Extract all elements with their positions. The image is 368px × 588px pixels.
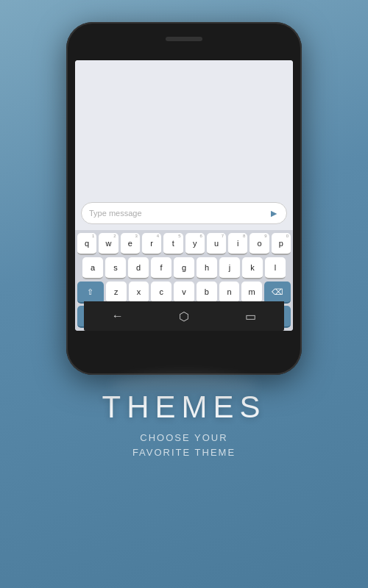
key-l[interactable]: l [265, 257, 286, 279]
home-button[interactable]: ⬡ [179, 309, 189, 323]
key-m[interactable]: m [241, 282, 262, 304]
keyboard-row-1: 1q 2w 3e 4r 5t 6y 7u 8i 9o 0p [77, 233, 291, 255]
key-f[interactable]: f [151, 257, 171, 279]
phone-speaker [166, 37, 202, 41]
key-t[interactable]: 5t [163, 233, 183, 255]
phone-screen: Type message ► 1q 2w 3e 4r 5t 6y 7u 8i 9… [75, 60, 293, 331]
send-icon[interactable]: ► [269, 207, 279, 219]
key-x[interactable]: x [129, 282, 149, 304]
key-u[interactable]: 7u [207, 233, 226, 255]
key-shift[interactable]: ⇧ [77, 282, 104, 304]
phone-reflection [110, 375, 258, 397]
key-v[interactable]: v [174, 282, 194, 304]
key-a[interactable]: a [82, 257, 103, 279]
recents-button[interactable]: ▭ [245, 309, 256, 323]
key-c[interactable]: c [151, 282, 171, 304]
phone-body: Type message ► 1q 2w 3e 4r 5t 6y 7u 8i 9… [66, 22, 302, 375]
key-y[interactable]: 6y [185, 233, 205, 255]
key-w[interactable]: 2w [99, 233, 118, 255]
key-s[interactable]: s [105, 257, 126, 279]
message-placeholder: Type message [89, 209, 269, 218]
keyboard-row-3: ⇧ z x c v b n m ⌫ [77, 282, 291, 304]
themes-subtitle: CHOOSE YOUR FAVORITE THEME [102, 431, 266, 459]
message-area: Type message ► [75, 60, 293, 230]
keyboard-row-2: a s d f g h j k l [77, 257, 291, 279]
key-i[interactable]: 8i [228, 233, 247, 255]
key-n[interactable]: n [219, 282, 240, 304]
key-k[interactable]: k [242, 257, 263, 279]
key-r[interactable]: 4r [142, 233, 161, 255]
navigation-bar: ← ⬡ ▭ [84, 301, 284, 331]
bottom-section: THEMES CHOOSE YOUR FAVORITE THEME [102, 390, 266, 459]
back-button[interactable]: ← [112, 309, 124, 323]
key-z[interactable]: z [106, 282, 127, 304]
key-e[interactable]: 3e [121, 233, 140, 255]
key-p[interactable]: 0p [272, 233, 291, 255]
key-q[interactable]: 1q [77, 233, 96, 255]
key-b[interactable]: b [197, 282, 217, 304]
key-h[interactable]: h [197, 257, 217, 279]
key-g[interactable]: g [174, 257, 194, 279]
subtitle-line2: FAVORITE THEME [132, 447, 236, 458]
message-input-bar[interactable]: Type message ► [81, 202, 287, 224]
phone-device: Type message ► 1q 2w 3e 4r 5t 6y 7u 8i 9… [66, 22, 302, 375]
key-j[interactable]: j [219, 257, 240, 279]
key-o[interactable]: 9o [250, 233, 269, 255]
subtitle-line1: CHOOSE YOUR [140, 432, 227, 443]
key-d[interactable]: d [128, 257, 149, 279]
key-backspace[interactable]: ⌫ [264, 282, 291, 304]
